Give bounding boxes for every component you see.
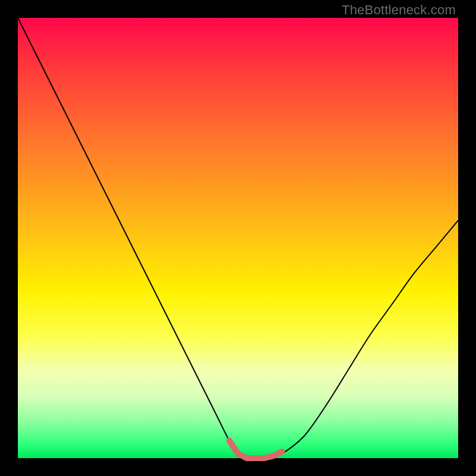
bottleneck-curve-line bbox=[18, 18, 458, 459]
bottleneck-chart bbox=[18, 18, 458, 458]
watermark-text: TheBottleneck.com bbox=[342, 2, 456, 18]
optimal-range-highlight bbox=[229, 440, 282, 458]
